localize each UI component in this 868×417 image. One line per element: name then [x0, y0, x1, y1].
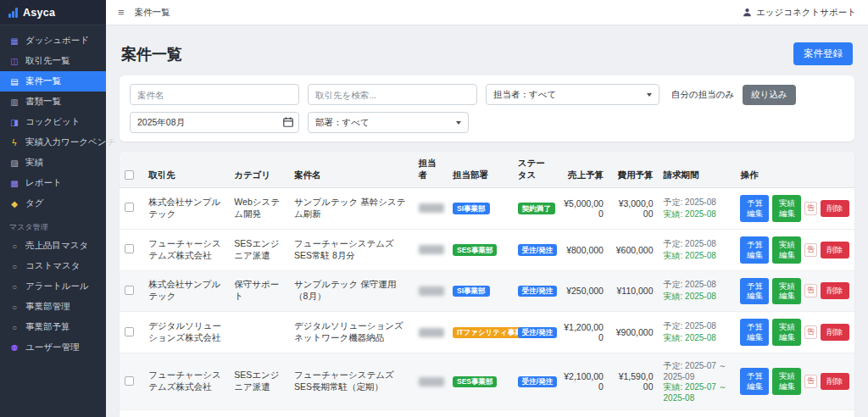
actual-edit-button[interactable]: 実績編集 [772, 278, 801, 305]
sidebar-item-report[interactable]: ▩レポート [0, 173, 106, 193]
department-badge: SES事業部 [453, 244, 498, 256]
alert-indicator[interactable]: 告 [804, 202, 817, 215]
sidebar-item-division-management[interactable]: ○事業部管理 [0, 297, 106, 317]
status-badge: 契約満了 [518, 203, 555, 214]
column-header: 売上予算 [555, 152, 609, 188]
circle-icon: ○ [9, 242, 19, 251]
sidebar-item-dashboard[interactable]: ▦ダッシュボード [0, 31, 106, 51]
delete-button[interactable]: 削除 [821, 242, 849, 259]
hamburger-icon[interactable]: ≡ [118, 6, 125, 19]
assignee-select[interactable]: 担当者：すべて [486, 84, 659, 105]
user-menu[interactable]: エッジコネクトサポート [743, 7, 856, 19]
status-cell: 受注/発注 [513, 229, 556, 270]
department-cell: SI事業部 [448, 410, 513, 417]
breadcrumb[interactable]: 案件一覧 [135, 7, 170, 19]
row-checkbox[interactable] [125, 286, 134, 295]
status-cell: 受注/発注 [513, 312, 556, 353]
actual-edit-button[interactable]: 実績編集 [772, 368, 801, 395]
status-badge: 受注/発注 [518, 327, 557, 339]
case-name-input[interactable] [130, 84, 299, 105]
filter-row-1: 担当者：すべて 自分の担当のみ 絞り込み [130, 84, 844, 105]
delete-button[interactable]: 削除 [821, 373, 849, 390]
delete-button[interactable]: 削除 [821, 282, 849, 299]
assignee-cell [414, 312, 448, 353]
actual-edit-button[interactable]: 実績編集 [772, 236, 801, 264]
sidebar-item-clients[interactable]: ◫取引先一覧 [0, 51, 106, 71]
column-header: カテゴリ [229, 152, 289, 188]
sidebar-item-results[interactable]: ▨実績 [0, 153, 106, 173]
row-checkbox[interactable] [125, 327, 134, 336]
budget-edit-button[interactable]: 予算編集 [740, 319, 769, 346]
billing-actual: 実績: 2025-08 [664, 332, 731, 344]
select-all-checkbox[interactable] [125, 170, 134, 180]
department-cell: SES事業部 [448, 353, 513, 410]
actual-edit-button[interactable]: 実績編集 [772, 319, 801, 346]
sidebar-item-label: 実績入力ワークベンチ [25, 136, 115, 148]
department-cell: SI事業部 [448, 188, 513, 230]
delete-button[interactable]: 削除 [821, 200, 849, 217]
budget-edit-button[interactable]: 予算編集 [740, 236, 769, 264]
billing-period-cell: 予定: 2025-08 実績: 2025-08 [659, 410, 736, 417]
column-header: 担当者 [414, 152, 448, 188]
case-name-cell[interactable]: フューチャーシステムズ SES長期常駐（定期） [289, 353, 414, 410]
sidebar-item-tag[interactable]: ◆タグ [0, 193, 106, 214]
sidebar-item-workbench[interactable]: ϟ実績入力ワークベンチ [0, 132, 106, 153]
billing-period-cell: 予定: 2025-08 実績: 2025-08 [659, 188, 736, 230]
budget-edit-button[interactable]: 予算編集 [740, 368, 769, 395]
alert-indicator[interactable]: 告 [804, 375, 817, 388]
row-checkbox[interactable] [125, 244, 134, 253]
sidebar-item-sales-item-master[interactable]: ○売上品目マスタ [0, 236, 106, 256]
table-row: フューチャーシステムズ株式会社 SESエンジニア派遣 フューチャーシステムズ S… [120, 353, 854, 410]
cost-budget-cell: ¥1,590,000 [609, 353, 659, 410]
sidebar-item-cases[interactable]: ▤案件一覧 [0, 71, 106, 92]
assignee-cell [414, 188, 448, 230]
client-search-input[interactable] [308, 84, 477, 105]
client-cell: 株式会社サンプルテック [143, 270, 229, 312]
sidebar-item-cockpit[interactable]: ◨コックピット [0, 112, 106, 132]
topbar: ≡ 案件一覧 エッジコネクトサポート [106, 0, 868, 25]
table-row: 株式会社サンプルテック 保守サポート サンプルテック 月次保守（定期） SI事業… [120, 410, 854, 417]
app-logo[interactable]: Asyca [0, 0, 106, 25]
status-cell: 受注/発注 [513, 270, 556, 312]
calendar-icon[interactable] [283, 117, 293, 127]
sidebar-item-documents[interactable]: ▥書類一覧 [0, 92, 106, 112]
person-icon: ⚉ [9, 343, 19, 353]
actual-edit-button[interactable]: 実績編集 [772, 195, 801, 222]
column-header: 操作 [735, 152, 854, 188]
cases-table: 取引先カテゴリ案件名担当者担当部署ステータス売上予算費用予算請求期間操作 株式会… [120, 152, 854, 417]
filter-button[interactable]: 絞り込み [743, 85, 796, 105]
case-name-cell[interactable]: デジタルソリューションズ ネットワーク機器納品 [289, 312, 414, 353]
table-row: デジタルソリューションズ株式会社 デジタルソリューションズ ネットワーク機器納品… [120, 312, 854, 353]
billing-actual: 実績: 2025-08 [664, 250, 731, 262]
sidebar-item-division-budget[interactable]: ○事業部予算 [0, 317, 106, 337]
case-register-button[interactable]: 案件登録 [793, 42, 853, 65]
row-checkbox[interactable] [125, 203, 134, 212]
app-logo-text: Asyca [23, 7, 55, 19]
row-checkbox[interactable] [125, 376, 134, 386]
sidebar-item-user-management[interactable]: ⚉ユーザー管理 [0, 337, 106, 358]
alert-indicator[interactable]: 告 [804, 284, 817, 297]
case-name-cell[interactable]: サンプルテック 保守運用（8月） [289, 270, 414, 312]
sidebar-item-label: 事業部管理 [25, 301, 70, 313]
sidebar-item-cost-master[interactable]: ○コストマスタ [0, 256, 106, 276]
budget-edit-button[interactable]: 予算編集 [740, 278, 769, 305]
circle-icon: ○ [9, 262, 19, 271]
case-name-cell[interactable]: サンプルテック 基幹システム刷新 [289, 188, 414, 230]
sidebar-item-label: コックピット [25, 116, 80, 128]
case-name-cell[interactable]: フューチャーシステムズ SES常駐 8月分 [289, 229, 414, 270]
department-select[interactable]: 部署：すべて [308, 112, 469, 133]
month-input[interactable] [130, 112, 299, 133]
sidebar-item-alert-rules[interactable]: ○アラートルール [0, 276, 106, 297]
status-cell: 受注/発注 [513, 410, 556, 417]
month-picker[interactable] [130, 112, 299, 133]
only-mine-label[interactable]: 自分の担当のみ [671, 89, 734, 101]
cost-budget-cell: ¥900,000 [609, 312, 659, 353]
alert-indicator[interactable]: 告 [804, 325, 817, 339]
case-name-cell[interactable]: サンプルテック 月次保守（定期） [289, 410, 414, 417]
department-badge: SI事業部 [453, 203, 490, 214]
alert-indicator[interactable]: 告 [804, 243, 817, 257]
budget-edit-button[interactable]: 予算編集 [740, 195, 769, 222]
billing-planned: 予定: 2025-08 [664, 279, 731, 291]
delete-button[interactable]: 削除 [821, 324, 849, 341]
cases-icon: ▤ [9, 77, 19, 86]
